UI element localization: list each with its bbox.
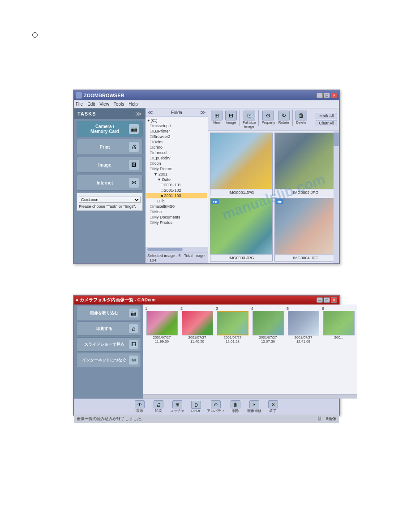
image-thumb-4[interactable]: ●▶ IMG0004.JPG [274,198,337,262]
folder-epusbdrv[interactable]: □Epusbdrv [146,155,207,161]
strip-date-4: 2001/07/2712:07:36 [251,335,285,343]
strip-date-6: 200... [322,335,355,339]
image-3: ●▶ [210,198,272,254]
strip-scrollbar[interactable] [143,394,357,399]
tool-property[interactable]: ⊙ Property [261,110,276,125]
minimize-button[interactable]: — [317,93,323,98]
strip-date-2: 2001/07/2711:40:50 [180,335,214,343]
folder-2001[interactable]: ▼2001 [146,172,207,177]
tool2-delete[interactable]: 🗑 削除 [227,400,244,413]
zoombrowser-window: ZOOMBROWSER — □ ✕ File Edit View Tools H… [73,90,340,264]
w2-maximize-button[interactable]: □ [324,297,330,303]
folder-nav-right[interactable]: ≫ [200,109,206,116]
menu-help[interactable]: Help [128,102,138,107]
maximize-button[interactable]: □ [324,93,330,98]
task-image-btn[interactable]: Image 🖼 [77,157,143,173]
folder-icon[interactable]: □Icon [146,161,207,166]
close-button[interactable]: ✕ [331,93,337,98]
strip-image-2[interactable]: 2 2001/07/2711:40:50 [180,306,214,392]
folder-lib[interactable]: □lib [146,198,207,204]
folder-mssetup[interactable]: □mssetup.t [146,123,207,129]
folder-mydocs[interactable]: □My Documents [146,215,207,220]
image-icon: 🖼 [129,160,139,170]
folder-nav-left[interactable]: ≪ [147,109,153,116]
camera-icon: 📷 [129,124,139,134]
tasks-panel2: 画像を取り込む 📷 印刷する 🖨 スライドショーで見る 🎞 インターネットにつな… [74,305,143,399]
folder-scrollbar[interactable] [146,247,208,252]
menu-edit[interactable]: Edit [87,102,95,107]
folder-drmccd[interactable]: □drmccd [146,150,207,155]
folder-maxell[interactable]: □maxell(MS0 [146,204,207,209]
images-scrollbar[interactable] [334,131,339,263]
tool-fullsize[interactable]: ⊡ Full sizeimage [242,110,257,129]
strip-thumb-6 [323,311,355,335]
task2-internet-btn[interactable]: インターネットにつなぐ ✉ [76,353,141,367]
tool2-exit[interactable]: ✕ 終了 [265,400,281,413]
menu-view[interactable]: View [99,102,109,107]
folder-browser2[interactable]: □Browser2 [146,134,207,139]
menu-tools[interactable]: Tools [114,102,124,107]
w2-close-button[interactable]: ✕ [331,297,337,303]
tool2-print-label: 印刷 [155,408,162,413]
strip-image-3[interactable]: 3 2001/07/2712:01:28 [216,306,249,392]
mark-all-button[interactable]: Mark All [316,113,337,119]
window1-controls: — □ ✕ [317,93,337,98]
property-icon: ⊙ [262,111,274,120]
task2-print-icon: 🖨 [129,324,138,333]
tasks-title: TASKS [77,111,96,116]
delete-icon: 🗑 [295,111,307,120]
strip-image-6[interactable]: 6 200... [322,306,355,392]
tool2-dpof-label: DPOF [191,409,201,413]
folder-date[interactable]: ▼Date [146,177,207,182]
tool-image[interactable]: ⊟ Image [224,110,238,125]
folder-dcim[interactable]: □Dcim [146,139,207,145]
strip-image-4[interactable]: 4 2001/07/2712:07:36 [251,306,285,392]
task-internet-label: Internet [81,180,129,185]
tool2-stitch-icon: ⊞ [172,400,182,408]
tool-delete[interactable]: 🗑 Delete [295,110,308,125]
tool2-print[interactable]: 🖨 印刷 [150,400,167,413]
images-strip-panel: 1 2001/07/2711:99:30 2 2001/07/2711:40:5… [143,305,357,399]
toolbar2: 👁 表示 🖨 印刷 ⊞ スッチェ D DPOF ⊙ アロパティ 🗑 削除 ✂ 画… [74,399,339,415]
task-internet-btn[interactable]: Internet ✉ [77,175,143,191]
image-4-label: IMG0004.JPG [275,254,337,261]
task-camera-btn[interactable]: Camera /Memory Card 📷 [77,121,143,137]
task2-print-btn[interactable]: 印刷する 🖨 [76,322,141,336]
folder-c-drive[interactable]: ●(C:) [146,118,207,123]
folder-2001-102[interactable]: □2001-102 [146,188,207,193]
tool-rotate[interactable]: ↻ Rotate [277,110,291,125]
folder-2001-103[interactable]: ■2001-103 [146,193,207,198]
guidance-select[interactable]: Guidance [79,197,141,203]
camera-folder-window: ● カメラフォルダ内画像一覧 - C:¥Dcim — □ ✕ 画像を取り込む 📷… [73,295,340,416]
folder-bjprinter[interactable]: □BJPrinter [146,129,207,134]
tool2-stitch[interactable]: ⊞ スッチェ [169,400,185,413]
tool2-repair[interactable]: ✂ 画像補修 [246,400,262,413]
tool2-property-label: アロパティ [207,408,225,413]
tool2-view[interactable]: 👁 表示 [132,400,148,413]
menu-file[interactable]: File [76,102,83,107]
w2-minimize-button[interactable]: — [317,297,323,303]
folder-mypicture[interactable]: □My Picture [146,166,207,172]
task2-camera-label: 画像を取り込む [79,310,129,316]
strip-number-2: 2 [180,306,214,311]
strip-thumb-4 [253,311,284,335]
tool2-dpof[interactable]: D DPOF [188,401,204,413]
task2-camera-btn[interactable]: 画像を取り込む 📷 [76,306,141,320]
tool-view[interactable]: ⊞ View [210,110,223,125]
tool2-dpof-icon: D [191,401,201,409]
image-thumb-3[interactable]: ●▶ IMG0003.JPG [210,198,273,262]
folder-myphotos[interactable]: □My Photos [146,220,207,225]
strip-image-5[interactable]: 5 2001/07/2712:41:09 [287,306,320,392]
strip-image-1[interactable]: 1 2001/07/2711:99:30 [145,306,179,392]
folder-2001-101[interactable]: □2001-101 [146,182,207,188]
image-thumb-2[interactable]: IMG0002.JPG [274,133,337,196]
tool2-property[interactable]: ⊙ アロパティ [207,400,225,413]
task2-slideshow-label: スライドショーで見る [79,342,129,348]
image-thumb-1[interactable]: IMG0001.JPG [210,133,273,196]
folder-misc[interactable]: □Misc [146,209,207,215]
task-print-btn[interactable]: Print 🖨 [77,139,143,155]
folder-drmo[interactable]: □drmo [146,145,207,150]
task2-slideshow-btn[interactable]: スライドショーで見る 🎞 [76,337,141,352]
clear-all-button[interactable]: Clear All [316,120,337,126]
image-1 [210,133,272,189]
